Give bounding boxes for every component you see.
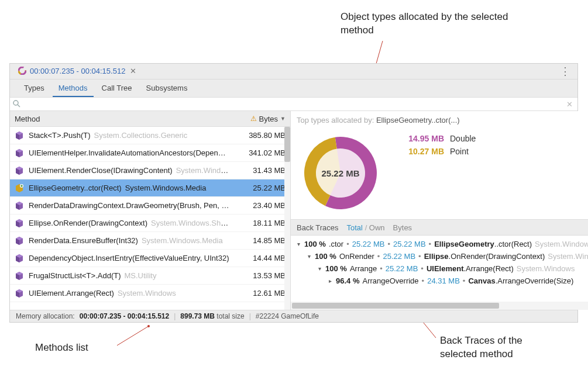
method-bytes: 13.53 MB xyxy=(234,271,286,280)
method-bytes: 25.22 MB xyxy=(234,184,286,192)
backtraces-mode-bytes[interactable]: Bytes xyxy=(393,223,412,232)
method-row[interactable]: EllipseGeometry..ctor(Rect)System.Window… xyxy=(10,179,290,197)
backtrace-row[interactable]: ▾100 % Arrange • 25.22 MB • UIElement.Ar… xyxy=(291,262,588,275)
method-row[interactable]: FrugalStructList<T>.Add(T)MS.Utility13.5… xyxy=(10,267,290,285)
backtraces-mode-total[interactable]: Total xyxy=(347,223,363,232)
method-name: UIElementHelper.InvalidateAutomationAnce… xyxy=(29,148,229,157)
method-row[interactable]: RenderDataDrawingContext.DrawGeometry(Br… xyxy=(10,197,290,215)
scrollbar-track[interactable] xyxy=(284,127,290,310)
legend-value: 10.27 MB xyxy=(402,147,444,156)
method-row[interactable]: UIElementHelper.InvalidateAutomationAnce… xyxy=(10,144,290,162)
backtraces-mode-own[interactable]: Own xyxy=(369,223,385,232)
method-row[interactable]: RenderData.EnsureBuffer(Int32)System.Win… xyxy=(10,232,290,250)
tab-types[interactable]: Types xyxy=(18,80,50,97)
backtrace-total: 25.22 MB xyxy=(383,252,415,261)
expander-icon[interactable]: ▾ xyxy=(306,253,312,260)
legend-value: 14.95 MB xyxy=(402,134,444,143)
scrollbar-thumb[interactable] xyxy=(284,127,290,162)
backtrace-row[interactable]: ▾100 % .ctor • 25.22 MB • 25.22 MB • Ell… xyxy=(291,238,588,250)
clear-search-icon[interactable]: ✕ xyxy=(564,100,575,109)
backtrace-class: Canvas.ArrangeOverride(Size) xyxy=(468,276,573,285)
top-types-selected-method: EllipseGeometry..ctor(...) xyxy=(376,116,460,125)
donut-chart: 25.22 MB xyxy=(297,129,384,217)
backtrace-total: 25.22 MB xyxy=(352,240,385,248)
methods-list-pane: Method ⚠ Bytes ▼ Stack<T>.Push(T)System.… xyxy=(10,111,291,310)
status-label: Memory allocation: xyxy=(16,312,75,320)
svg-line-9 xyxy=(18,105,20,107)
more-icon[interactable]: ⋮ xyxy=(556,65,574,78)
method-bytes: 12.61 MB xyxy=(234,289,286,298)
annotation-bottom-left: Methods list xyxy=(35,341,88,355)
view-tabs: Types Methods Call Tree Subsystems xyxy=(10,79,577,97)
methods-rows: Stack<T>.Push(T)System.Collections.Gener… xyxy=(10,127,290,310)
expander-icon[interactable]: ▾ xyxy=(295,241,301,247)
document-tabstrip: 00:00:07.235 - 00:04:15.512 ✕ ⋮ xyxy=(10,64,577,79)
method-icon xyxy=(15,219,24,228)
method-name: RenderDataDrawingContext.DrawGeometry(Br… xyxy=(29,201,229,210)
method-name: Ellipse.OnRender(DrawingContext)System.W… xyxy=(29,219,229,227)
method-icon xyxy=(15,131,24,140)
top-types-caption: Top types allocated by: EllipseGeometry.… xyxy=(297,116,588,125)
method-name: RenderData.EnsureBuffer(Int32)System.Win… xyxy=(29,236,229,245)
svg-point-8 xyxy=(13,101,18,105)
backtrace-percent: 100 % xyxy=(304,240,326,248)
method-row[interactable]: DependencyObject.InsertEntry(EffectiveVa… xyxy=(10,250,290,267)
back-traces-rows: ▾100 % .ctor • 25.22 MB • 25.22 MB • Ell… xyxy=(291,236,588,302)
methods-grid-header: Method ⚠ Bytes ▼ xyxy=(10,111,290,127)
search-icon xyxy=(12,99,20,109)
chevron-down-icon: ▼ xyxy=(280,116,286,122)
status-process: #22224 GameOfLife xyxy=(256,312,319,320)
document-tab-label: 00:00:07.235 - 00:04:15.512 xyxy=(30,67,125,75)
method-row[interactable]: Stack<T>.Push(T)System.Collections.Gener… xyxy=(10,127,290,144)
method-bytes: 23.40 MB xyxy=(234,201,286,210)
status-total-size: 899.73 MB xyxy=(180,312,215,320)
horizontal-scrollbar-thumb[interactable] xyxy=(292,303,499,309)
method-name: DependencyObject.InsertEntry(EffectiveVa… xyxy=(29,254,229,262)
backtrace-row[interactable]: ▾100 % OnRender • 25.22 MB • Ellipse.OnR… xyxy=(291,250,588,262)
main-columns: Method ⚠ Bytes ▼ Stack<T>.Push(T)System.… xyxy=(10,111,577,310)
tab-call-tree[interactable]: Call Tree xyxy=(96,80,138,97)
method-bytes: 18.11 MB xyxy=(234,219,286,227)
warning-icon: ⚠ xyxy=(250,115,257,123)
close-icon[interactable]: ✕ xyxy=(130,67,136,75)
method-row[interactable]: UIElement.Arrange(Rect)System.Windows12.… xyxy=(10,285,290,302)
method-icon xyxy=(15,271,24,281)
back-traces-pane: Back Traces Total / Own Bytes ▾100 % .ct… xyxy=(291,220,588,310)
backtrace-total: 25.22 MB xyxy=(386,264,418,273)
status-range: 00:00:07.235 - 00:04:15.512 xyxy=(80,312,169,320)
backtrace-percent: 100 % xyxy=(315,252,336,261)
search-input[interactable] xyxy=(20,98,564,110)
backtrace-class: UIElement.Arrange(Rect) xyxy=(427,264,514,273)
backtrace-row[interactable]: ▸96.4 % ArrangeOverride • 24.31 MB • Can… xyxy=(291,275,588,287)
method-row[interactable]: UIElement.RenderClose(IDrawingContent)Sy… xyxy=(10,162,290,179)
method-icon xyxy=(15,236,24,245)
method-bytes: 341.02 MB xyxy=(234,148,286,157)
method-row[interactable]: Ellipse.OnRender(DrawingContext)System.W… xyxy=(10,215,290,232)
method-icon xyxy=(15,289,24,298)
column-header-bytes-label: Bytes xyxy=(259,115,278,123)
method-icon xyxy=(15,254,24,263)
method-icon xyxy=(15,166,24,175)
back-traces-label: Back Traces xyxy=(297,223,339,232)
back-traces-header: Back Traces Total / Own Bytes xyxy=(291,220,588,236)
method-bytes: 385.80 MB xyxy=(234,131,286,140)
tab-methods[interactable]: Methods xyxy=(53,80,94,97)
backtrace-class: EllipseGeometry..ctor(Rect) xyxy=(434,240,532,248)
column-header-method[interactable]: Method xyxy=(15,115,234,123)
tab-subsystems[interactable]: Subsystems xyxy=(140,80,194,97)
method-icon xyxy=(15,148,24,158)
backtrace-percent: 100 % xyxy=(325,264,347,273)
legend-row: 14.95 MBDouble xyxy=(402,134,476,143)
document-tab[interactable]: 00:00:07.235 - 00:04:15.512 ✕ xyxy=(13,64,141,79)
expander-icon[interactable]: ▸ xyxy=(327,278,333,284)
legend-name: Point xyxy=(450,147,469,156)
search-bar: ✕ xyxy=(10,97,577,111)
method-bytes: 14.44 MB xyxy=(234,254,286,262)
constructor-icon xyxy=(15,184,24,193)
horizontal-scrollbar[interactable] xyxy=(291,302,588,310)
column-header-bytes[interactable]: ⚠ Bytes ▼ xyxy=(234,115,286,123)
expander-icon[interactable]: ▾ xyxy=(317,265,322,272)
legend-name: Double xyxy=(450,134,476,143)
method-name: FrugalStructList<T>.Add(T)MS.Utility xyxy=(29,271,229,280)
snapshot-icon xyxy=(18,67,26,75)
